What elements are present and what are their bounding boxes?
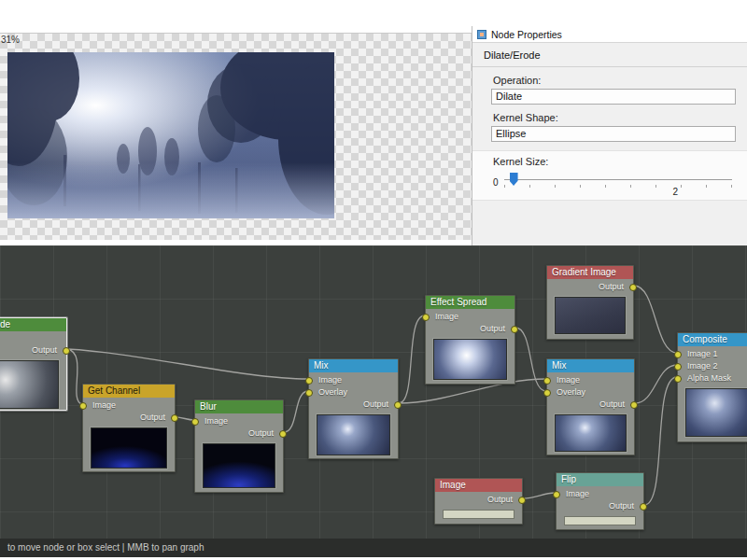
node-get-channel[interactable]: Get Channel Image Output [82,384,176,472]
input-label: Image 1 [687,349,718,358]
input-label: Image [566,489,589,498]
output-port[interactable] [511,326,518,333]
node-title[interactable]: Mix [547,359,634,372]
node-thumbnail [433,339,507,380]
node-properties-body: Dilate/Erode Operation: Dilate Kernel Sh… [472,43,747,201]
node-flip[interactable]: Flip Image Output [556,472,644,530]
input-port[interactable] [543,389,551,397]
input-label: Image [557,375,580,385]
kernel-size-label: Kernel Size: [493,156,738,167]
node-dilate-erode[interactable]: Dilate/Erode Output [0,317,67,411]
kernel-size-min-label: 0 [493,177,499,188]
node-blur[interactable]: Blur Image Output [194,399,284,493]
output-label: Output [248,428,274,438]
status-bar: to move node or box select | MMB to pan … [0,539,747,557]
node-thumbnail [203,443,275,488]
output-label: Output [480,324,505,333]
flip-option-field[interactable] [564,516,636,525]
node-image[interactable]: Image Output [434,478,523,525]
node-title[interactable]: Dilate/Erode [0,318,66,331]
input-port[interactable] [674,375,682,383]
node-effect-spread[interactable]: Effect Spread Image Output [425,295,515,385]
top-area: 31% [0,0,747,245]
node-graph-canvas[interactable]: Dilate/Erode Output Get Channel Image Ou… [0,245,747,557]
node-thumbnail [91,427,167,469]
input-port[interactable] [305,389,313,397]
operation-dropdown[interactable]: Dilate [491,89,736,105]
output-label: Output [140,413,165,422]
output-port[interactable] [394,401,402,409]
output-label: Output [363,399,388,409]
node-properties-icon [477,30,486,39]
input-port[interactable] [79,402,87,410]
output-label: Output [487,495,513,504]
input-label: Overlay [318,387,347,397]
input-port[interactable] [543,377,551,385]
separator [472,66,747,67]
input-label: Alpha Mask [687,373,731,383]
node-mix-1[interactable]: Mix Image Overlay Output [308,358,399,459]
node-title[interactable]: Gradient Image [547,266,633,279]
input-label: Image [204,416,228,426]
node-title[interactable]: Image [435,479,522,492]
node-title[interactable]: Get Channel [83,385,175,398]
output-label: Output [609,501,634,511]
input-port[interactable] [422,314,430,321]
output-label: Output [599,282,624,291]
input-label: Image 2 [687,361,718,371]
output-port[interactable] [171,414,178,422]
node-thumbnail [555,414,627,452]
node-composite[interactable]: Composite Image 1 Image 2 Alpha Mask [677,332,747,442]
kernel-size-slider[interactable] [504,175,738,189]
kernel-size-value: 2 [672,187,678,197]
node-title[interactable]: Effect Spread [426,296,514,309]
input-port[interactable] [553,491,560,498]
node-properties-panel: Node Properties Dilate/Erode Operation: … [472,26,747,245]
output-port[interactable] [63,347,70,355]
node-properties-title: Node Properties [491,29,562,40]
application-window: 31% [0,0,747,560]
output-port[interactable] [629,284,637,291]
input-label: Overlay [557,387,585,397]
output-port[interactable] [630,401,638,409]
node-title[interactable]: Blur [195,400,283,413]
node-thumbnail [0,360,59,409]
output-label: Output [599,399,625,409]
slider-ticks [504,185,732,188]
input-port[interactable] [191,418,199,426]
image-preview-canvas[interactable]: 31% [0,33,472,240]
kernel-shape-label: Kernel Shape: [493,112,747,123]
node-mix-2[interactable]: Mix Image Overlay Output [546,358,635,455]
kernel-shape-dropdown[interactable]: Ellipse [491,126,736,142]
node-thumbnail [317,414,390,455]
node-title[interactable]: Composite [678,333,747,346]
kernel-size-group: Kernel Size: 0 2 [472,150,747,201]
input-port[interactable] [674,363,682,371]
output-port[interactable] [279,430,287,438]
kernel-size-slider-handle[interactable] [510,173,518,186]
slider-track[interactable] [504,179,732,180]
input-label: Image [318,375,342,385]
node-thumbnail [555,297,626,334]
node-gradient-image[interactable]: Gradient Image Output [546,265,634,340]
zoom-level-label: 31% [1,35,20,45]
operation-label: Operation: [493,75,747,86]
output-label: Output [32,345,57,355]
forest-scene-image [7,52,334,218]
node-thumbnail [685,388,747,437]
node-title[interactable]: Flip [557,473,643,486]
node-properties-title-bar: Node Properties [472,26,747,43]
output-port[interactable] [518,497,526,504]
file-path-field[interactable] [443,510,514,519]
input-label: Image [92,400,116,410]
input-label: Image [435,312,458,321]
output-port[interactable] [640,503,647,511]
input-port[interactable] [674,351,682,358]
selected-node-name: Dilate/Erode [472,48,747,66]
input-port[interactable] [305,377,313,385]
node-title[interactable]: Mix [309,359,398,372]
preview-image [7,52,334,218]
